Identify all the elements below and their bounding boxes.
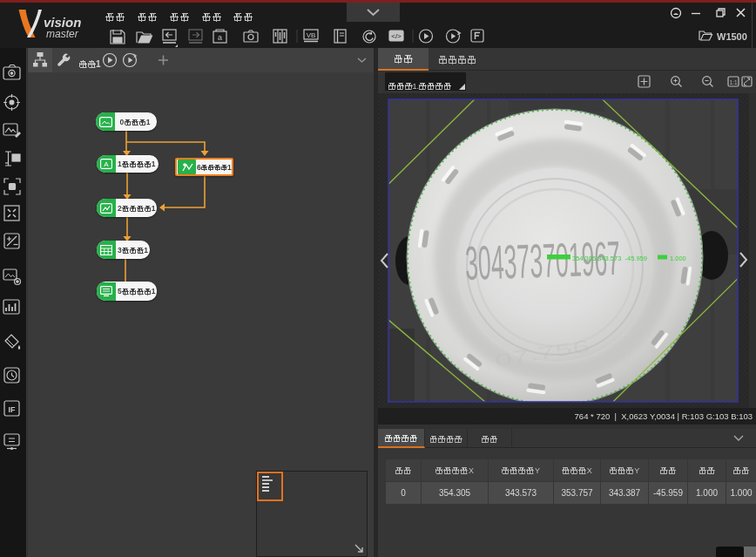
svg-text:1:1: 1:1 [729, 79, 737, 85]
svg-text:IF: IF [9, 405, 17, 414]
svg-text:W1500: W1500 [717, 31, 747, 42]
svg-text:764 * 720 | X,0623 Y,0034 |: 764 * 720 | X,0623 Y,0034 | R:103 G:103 … [575, 411, 753, 421]
svg-text:354.305,343.573 -45.959: 354.305,343.573 -45.959 [572, 255, 647, 262]
svg-text:A: A [104, 160, 109, 168]
svg-text:master: master [46, 28, 79, 40]
svg-text:</>: </> [391, 32, 402, 40]
svg-text:VB: VB [307, 31, 316, 39]
svg-text:1.000: 1.000 [670, 255, 686, 262]
svg-text:a: a [218, 33, 222, 42]
